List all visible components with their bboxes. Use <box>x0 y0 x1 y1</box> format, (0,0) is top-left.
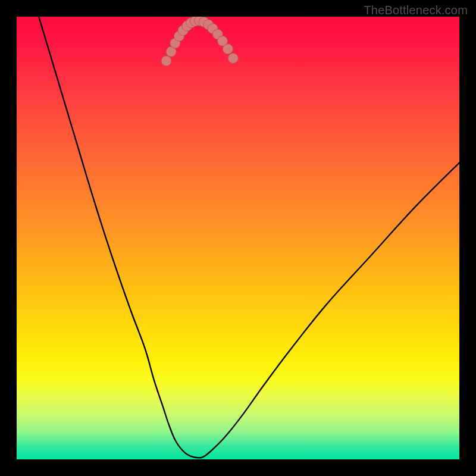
curve-layer <box>17 17 459 459</box>
bottleneck-curve <box>39 17 459 458</box>
curve-marker <box>161 56 171 66</box>
curve-markers <box>161 17 238 66</box>
curve-marker <box>223 44 233 54</box>
watermark-text: TheBottleneck.com <box>364 4 468 17</box>
outer-frame: TheBottleneck.com <box>0 0 476 476</box>
plot-area <box>17 17 459 459</box>
curve-marker <box>228 53 238 63</box>
